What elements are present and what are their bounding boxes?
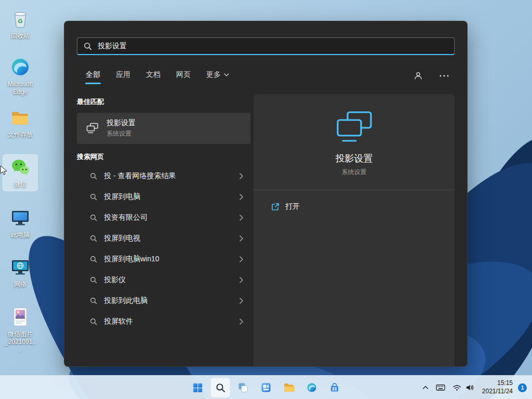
icon-label: 微信 (4, 181, 36, 189)
chevron-right-icon (240, 235, 243, 242)
suggestion-label: 投屏到电视 (104, 234, 140, 243)
open-label: 打开 (285, 202, 300, 211)
best-match-subtitle: 系统设置 (107, 129, 136, 138)
task-view-icon (238, 382, 248, 393)
icon-label: 微信图片_2021091... (4, 330, 36, 354)
web-suggestion-row[interactable]: 投屏到电视 (77, 228, 250, 249)
network-icon (10, 257, 31, 278)
chevron-right-icon (240, 215, 243, 221)
keyboard-icon (436, 384, 445, 391)
system-tray: 15:15 2021/11/24 1 (419, 376, 530, 399)
mouse-cursor (0, 165, 7, 176)
web-suggestion-row[interactable]: 投 - 查看网络搜索结果 (77, 166, 250, 187)
taskbar-center (188, 376, 344, 399)
tab-all[interactable]: 全部 (85, 67, 101, 85)
search-icon (90, 318, 97, 325)
desktop-icon-network[interactable]: 网络 (3, 255, 37, 290)
notification-badge[interactable]: 1 (518, 383, 527, 392)
search-icon (90, 297, 97, 304)
external-link-icon (271, 203, 280, 211)
account-icon (414, 71, 423, 81)
icon-label: 回收站 (4, 32, 36, 40)
search-icon (90, 256, 97, 263)
search-icon (90, 235, 97, 242)
taskbar-widgets-button[interactable] (256, 378, 276, 397)
suggestion-label: 投屏到电脑win10 (104, 255, 159, 264)
desktop-icon-this-pc[interactable]: 此电脑 (3, 205, 37, 241)
search-input[interactable] (98, 42, 448, 50)
clock-time: 15:15 (482, 379, 513, 388)
image-file-icon (10, 307, 31, 328)
tab-more[interactable]: 更多 (206, 67, 230, 85)
widgets-icon (261, 382, 271, 393)
open-button[interactable]: 打开 (271, 199, 300, 215)
projection-icon (336, 111, 373, 145)
chevron-right-icon (240, 194, 243, 200)
projection-small-icon (86, 123, 99, 134)
results-column: 最佳匹配 投影设置 系统设置 搜索网页 投 - 查看网络搜索结果 (77, 97, 250, 332)
suggestion-label: 投屏到电脑 (104, 192, 140, 202)
tray-ime-button[interactable] (432, 379, 449, 396)
suggestion-label: 投资有限公司 (104, 213, 148, 222)
web-suggestion-row[interactable]: 投屏到电脑 (77, 187, 250, 207)
search-icon (90, 172, 97, 180)
desktop: ♻ 回收站 Microsoft Edge 文件存放 (0, 0, 532, 399)
folder-icon (10, 107, 31, 129)
web-suggestion-row[interactable]: 投影到此电脑 (77, 290, 250, 311)
icon-label: 此电脑 (4, 231, 36, 239)
desktop-icon-wechat-image[interactable]: 微信图片_2021091... (3, 304, 37, 356)
taskbar-store-button[interactable] (325, 378, 344, 397)
more-options-button[interactable] (437, 69, 451, 83)
tray-network-volume-button[interactable] (449, 379, 478, 396)
wechat-icon (10, 157, 31, 179)
windows-logo-icon (192, 382, 203, 393)
tab-web[interactable]: 网页 (176, 67, 191, 85)
taskbar-explorer-button[interactable] (279, 378, 299, 397)
account-button[interactable] (411, 69, 425, 83)
taskbar-search-button[interactable] (210, 378, 230, 397)
icon-label: Microsoft Edge (4, 81, 36, 96)
preview-title: 投影设置 (254, 152, 455, 165)
preview-divider (254, 190, 455, 190)
desktop-icon-folder[interactable]: 文件存放 (3, 105, 37, 141)
search-box[interactable] (77, 37, 455, 55)
suggestion-label: 投影到此电脑 (104, 296, 148, 305)
microsoft-store-icon (329, 382, 340, 393)
taskbar: 15:15 2021/11/24 1 (0, 375, 532, 399)
tray-clock[interactable]: 15:15 2021/11/24 (478, 379, 517, 395)
web-suggestion-row[interactable]: 投影仪 (77, 270, 250, 290)
tab-apps[interactable]: 应用 (115, 67, 131, 85)
search-icon (90, 214, 97, 221)
best-match-title: 投影设置 (107, 118, 136, 128)
web-suggestion-row[interactable]: 投屏到电脑win10 (77, 249, 250, 270)
chevron-right-icon (240, 318, 243, 325)
suggestion-label: 投影仪 (104, 275, 126, 285)
search-icon (90, 193, 97, 201)
desktop-icon-wechat[interactable]: 微信 (3, 155, 37, 191)
tab-documents[interactable]: 文档 (145, 67, 161, 85)
chevron-right-icon (240, 298, 243, 304)
desktop-icon-recycle-bin[interactable]: ♻ 回收站 (3, 6, 37, 42)
chevron-down-icon (224, 73, 229, 76)
wifi-icon (453, 384, 461, 391)
taskbar-edge-button[interactable] (302, 378, 322, 397)
file-explorer-icon (283, 382, 295, 393)
best-match-item[interactable]: 投影设置 系统设置 (77, 113, 250, 144)
suggestion-label: 投 - 查看网络搜索结果 (104, 171, 176, 181)
edge-icon (307, 382, 317, 393)
taskbar-start-button[interactable] (188, 378, 207, 397)
web-suggestion-row[interactable]: 投资有限公司 (77, 207, 250, 228)
clock-date: 2021/11/24 (482, 388, 513, 396)
desktop-icon-edge[interactable]: Microsoft Edge (3, 55, 37, 98)
chevron-right-icon (240, 277, 243, 283)
search-panel: 全部 应用 文档 网页 更多 (64, 21, 468, 367)
preview-subtitle: 系统设置 (254, 168, 455, 177)
taskbar-taskview-button[interactable] (233, 378, 253, 397)
search-icon (84, 42, 92, 50)
chevron-up-icon (422, 385, 429, 390)
web-suggestion-row[interactable]: 投屏软件 (77, 311, 250, 332)
preview-card: 投影设置 系统设置 打开 (254, 94, 455, 366)
tray-expand-button[interactable] (419, 379, 432, 396)
best-match-header: 最佳匹配 (77, 97, 250, 107)
search-tabs: 全部 应用 文档 网页 更多 (85, 66, 451, 86)
